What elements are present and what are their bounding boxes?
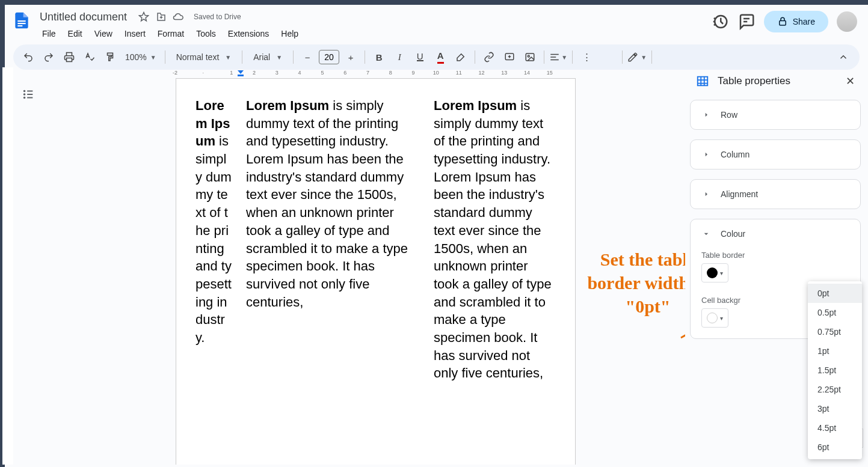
font-value: Arial bbox=[253, 52, 270, 62]
share-button[interactable]: Share bbox=[764, 11, 828, 32]
border-width-dropdown: 0pt 0.5pt 0.75pt 1pt 1.5pt 2.25pt 3pt 4.… bbox=[808, 281, 862, 459]
chevron-right-icon bbox=[701, 150, 711, 159]
align-button[interactable]: ▼ bbox=[549, 48, 567, 66]
print-button[interactable] bbox=[60, 48, 78, 66]
editing-mode-button[interactable]: ▼ bbox=[627, 48, 647, 66]
paragraph-style-select[interactable]: Normal text▼ bbox=[170, 52, 237, 62]
border-width-option[interactable]: 6pt bbox=[808, 438, 862, 457]
border-width-option[interactable]: 0.75pt bbox=[808, 322, 862, 341]
section-column[interactable]: Column bbox=[691, 140, 860, 169]
section-colour[interactable]: Colour bbox=[691, 219, 860, 248]
font-select[interactable]: Arial▼ bbox=[247, 52, 288, 62]
table-cell-2[interactable]: Lorem Ipsum is simply dummy text of the … bbox=[246, 97, 420, 382]
collapse-toolbar-button[interactable] bbox=[833, 47, 854, 67]
menu-edit[interactable]: Edit bbox=[63, 26, 87, 41]
table-cell-1[interactable]: Lorem Ipsum is simply dummy text of the … bbox=[195, 97, 233, 382]
panel-title: Table properties bbox=[718, 75, 837, 87]
paint-format-button[interactable] bbox=[101, 48, 119, 66]
cloud-icon[interactable] bbox=[171, 10, 185, 24]
horizontal-ruler[interactable]: -2 · 1 2 3 4 5 6 7 8 9 10 11 12 13 14 15 bbox=[43, 67, 685, 78]
menu-format[interactable]: Format bbox=[153, 26, 189, 41]
zoom-select[interactable]: 100%▼ bbox=[122, 52, 160, 62]
border-width-option[interactable]: 0.5pt bbox=[808, 303, 862, 322]
svg-point-8 bbox=[528, 55, 529, 57]
redo-button[interactable] bbox=[40, 48, 58, 66]
underline-button[interactable]: U bbox=[411, 48, 429, 66]
section-row[interactable]: Row bbox=[691, 100, 860, 129]
move-icon[interactable] bbox=[154, 10, 168, 24]
border-width-option[interactable]: 1pt bbox=[808, 341, 862, 361]
table-cell-3[interactable]: Lorem Ipsum is simply dummy text of the … bbox=[434, 97, 554, 382]
spellcheck-button[interactable] bbox=[81, 48, 99, 66]
toolbar: 100%▼ Normal text▼ Arial▼ − + B I U A ▼ … bbox=[13, 44, 860, 70]
menu-insert[interactable]: Insert bbox=[120, 26, 150, 41]
chevron-right-icon bbox=[701, 189, 711, 199]
more-button[interactable]: ⋮ bbox=[577, 48, 596, 66]
vertical-ruler bbox=[2, 67, 13, 465]
comment-icon[interactable] bbox=[737, 13, 756, 31]
docs-logo[interactable] bbox=[10, 8, 34, 32]
star-icon[interactable] bbox=[137, 10, 151, 24]
border-width-option[interactable]: 2.25pt bbox=[808, 380, 862, 399]
menu-help[interactable]: Help bbox=[276, 26, 303, 41]
italic-button[interactable]: I bbox=[390, 48, 408, 66]
close-panel-button[interactable]: ✕ bbox=[846, 75, 855, 88]
section-alignment[interactable]: Alignment bbox=[691, 180, 860, 209]
chevron-right-icon bbox=[701, 110, 711, 120]
menu-file[interactable]: File bbox=[37, 26, 61, 41]
indent-marker-icon[interactable] bbox=[237, 70, 244, 78]
doc-header: Untitled document Saved to Drive File Ed… bbox=[5, 5, 868, 44]
border-width-option[interactable]: 1.5pt bbox=[808, 361, 862, 380]
border-width-option[interactable]: 4.5pt bbox=[808, 418, 862, 438]
svg-rect-2 bbox=[17, 25, 22, 26]
svg-rect-0 bbox=[17, 20, 25, 22]
page[interactable]: Lorem Ipsum is simply dummy text of the … bbox=[176, 78, 576, 465]
svg-point-9 bbox=[24, 91, 25, 92]
undo-button[interactable] bbox=[19, 48, 37, 66]
avatar[interactable] bbox=[837, 11, 857, 32]
share-label: Share bbox=[793, 17, 815, 26]
border-width-option[interactable]: 3pt bbox=[808, 399, 862, 418]
font-size-increase[interactable]: + bbox=[342, 48, 360, 66]
insert-comment-button[interactable] bbox=[500, 48, 519, 66]
chevron-down-icon bbox=[701, 229, 711, 239]
svg-rect-4 bbox=[779, 21, 786, 26]
document-table[interactable]: Lorem Ipsum is simply dummy text of the … bbox=[195, 97, 556, 382]
insert-image-button[interactable] bbox=[521, 48, 539, 66]
svg-rect-12 bbox=[238, 75, 244, 76]
border-width-option[interactable]: 0pt bbox=[808, 284, 862, 303]
menu-bar: File Edit View Insert Format Tools Exten… bbox=[36, 26, 303, 41]
svg-rect-7 bbox=[526, 53, 534, 61]
style-value: Normal text bbox=[176, 52, 220, 62]
annotation-text: Set the table border width to "0pt" bbox=[585, 248, 685, 318]
canvas[interactable]: -2 · 1 2 3 4 5 6 7 8 9 10 11 12 13 14 15 bbox=[43, 67, 685, 465]
doc-title[interactable]: Untitled document bbox=[36, 10, 131, 25]
zoom-value: 100% bbox=[125, 52, 147, 62]
border-color-swatch[interactable]: ▾ bbox=[701, 263, 728, 282]
highlight-button[interactable] bbox=[452, 48, 470, 66]
table-icon bbox=[696, 75, 709, 88]
svg-point-10 bbox=[24, 94, 25, 95]
table-properties-panel: Table properties ✕ Row Column Alignment … bbox=[685, 67, 866, 465]
bold-button[interactable]: B bbox=[370, 48, 388, 66]
menu-extensions[interactable]: Extensions bbox=[223, 26, 274, 41]
svg-rect-13 bbox=[698, 77, 708, 86]
insert-link-button[interactable] bbox=[480, 48, 498, 66]
font-size-input[interactable] bbox=[319, 50, 339, 64]
svg-rect-1 bbox=[17, 23, 25, 24]
cell-bg-swatch[interactable]: ▾ bbox=[701, 308, 728, 328]
outline-toggle[interactable] bbox=[13, 67, 43, 465]
svg-rect-5 bbox=[67, 58, 72, 62]
text-color-button[interactable]: A bbox=[431, 48, 449, 66]
font-size-decrease[interactable]: − bbox=[298, 48, 316, 66]
border-label: Table border bbox=[701, 251, 849, 260]
menu-view[interactable]: View bbox=[90, 26, 117, 41]
history-icon[interactable] bbox=[711, 13, 729, 31]
menu-tools[interactable]: Tools bbox=[191, 26, 221, 41]
svg-point-11 bbox=[24, 97, 25, 99]
save-status: Saved to Drive bbox=[194, 13, 241, 21]
